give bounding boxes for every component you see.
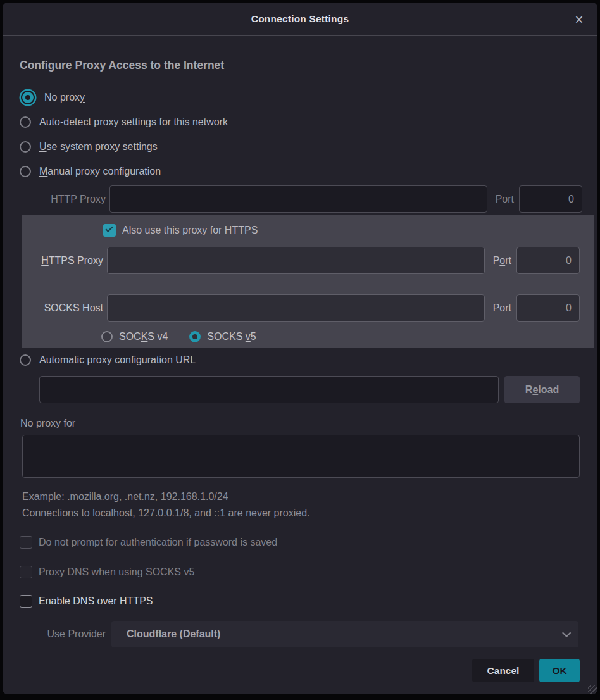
https-proxy-row: HTTPS Proxy Port bbox=[22, 247, 594, 274]
page-title: Configure Proxy Access to the Internet bbox=[20, 59, 597, 72]
dialog-content: Configure Proxy Access to the Internet N… bbox=[3, 36, 597, 647]
label-post: y bbox=[101, 194, 106, 204]
label-post: S v4 bbox=[147, 331, 168, 342]
auto-url-input[interactable] bbox=[39, 376, 499, 403]
footer: Cancel OK bbox=[472, 659, 580, 682]
label-pre: SO bbox=[44, 303, 59, 313]
radio-no-proxy[interactable]: No proxy bbox=[20, 85, 597, 109]
label-post: rt bbox=[505, 255, 511, 266]
provider-row: Use Provider Cloudflare (Default) bbox=[3, 621, 597, 647]
label-pre: R bbox=[525, 384, 533, 395]
enable-doh-checkbox-row[interactable]: Enable DNS over HTTPS bbox=[20, 595, 597, 608]
ok-button[interactable]: OK bbox=[539, 659, 580, 682]
label-pre: HTTP Pro bbox=[51, 194, 96, 204]
label-accesskey: w bbox=[206, 116, 214, 127]
checkbox-label: Enable DNS over HTTPS bbox=[39, 596, 153, 607]
label-post: se system proxy settings bbox=[47, 141, 158, 152]
label-post: NS when using SOCKS v5 bbox=[75, 566, 194, 577]
https-proxy-input[interactable] bbox=[107, 247, 485, 274]
radio-socks-v4[interactable] bbox=[101, 331, 113, 342]
https-port-label: Port bbox=[490, 255, 511, 266]
socks-v5-label: SOCKS v5 bbox=[207, 331, 256, 342]
label-accesskey: y bbox=[80, 92, 85, 103]
radio-button[interactable] bbox=[20, 166, 31, 177]
radio-system-proxy[interactable]: Use system proxy settings bbox=[20, 134, 597, 159]
radio-button[interactable] bbox=[20, 141, 31, 153]
checkbox-label: Proxy DNS when using SOCKS v5 bbox=[39, 566, 194, 578]
label-accesskey: C bbox=[59, 303, 66, 313]
label-post: cation if password is saved bbox=[156, 537, 277, 547]
radio-label: No proxy bbox=[44, 92, 85, 103]
titlebar: Connection Settings × bbox=[3, 3, 597, 36]
radio-button-selected[interactable] bbox=[22, 92, 34, 103]
socks-version-row: SOCKS v4 SOCKS v5 bbox=[101, 330, 594, 343]
socks-v4-label: SOCKS v4 bbox=[119, 331, 168, 342]
socks-port-label: Port bbox=[490, 303, 511, 314]
radio-label: Use system proxy settings bbox=[39, 141, 158, 153]
radio-manual-proxy[interactable]: Manual proxy configuration bbox=[20, 159, 597, 184]
provider-value: Cloudflare (Default) bbox=[127, 628, 562, 640]
label-pre: SOC bbox=[119, 331, 141, 342]
label-accesskey: H bbox=[41, 255, 49, 266]
http-port-input[interactable] bbox=[519, 185, 582, 213]
label-pre: Proxy bbox=[39, 566, 67, 577]
label-pre: SOCKS bbox=[207, 331, 245, 342]
no-proxy-for-textarea[interactable] bbox=[22, 435, 580, 478]
no-proxy-for-label: No proxy for bbox=[20, 417, 597, 430]
auto-url-row: Reload bbox=[39, 376, 597, 403]
http-proxy-input[interactable] bbox=[109, 185, 487, 213]
unchecked-checkbox[interactable] bbox=[20, 536, 32, 549]
dialog-title: Connection Settings bbox=[251, 13, 349, 25]
proxy-dns-checkbox-row[interactable]: Proxy DNS when using SOCKS v5 bbox=[20, 566, 597, 578]
unchecked-checkbox[interactable] bbox=[20, 566, 32, 578]
radio-button[interactable] bbox=[20, 354, 31, 366]
manual-proxy-band: Also use this proxy for HTTPS HTTPS Prox… bbox=[22, 215, 594, 348]
socks-host-label: SOCKS Host bbox=[22, 303, 103, 314]
resize-grip[interactable] bbox=[588, 685, 597, 694]
cancel-button[interactable]: Cancel bbox=[472, 659, 534, 682]
also-https-checkbox-row[interactable]: Also use this proxy for HTTPS bbox=[103, 223, 594, 237]
no-prompt-auth-checkbox-row[interactable]: Do not prompt for authentication if pass… bbox=[20, 536, 597, 549]
https-port-input[interactable] bbox=[516, 247, 580, 274]
radio-socks-v5-selected[interactable] bbox=[189, 331, 201, 342]
reload-button[interactable]: Reload bbox=[504, 376, 580, 403]
label-pre: Por bbox=[493, 303, 509, 313]
label-post: rovider bbox=[75, 628, 106, 639]
radio-auto-url[interactable]: Automatic proxy configuration URL bbox=[20, 353, 597, 367]
label-pre: Auto-detect proxy settings for this net bbox=[39, 116, 206, 127]
radio-label: Manual proxy configuration bbox=[39, 166, 161, 177]
http-proxy-row: HTTP Proxy Port bbox=[3, 185, 597, 213]
checked-checkbox[interactable] bbox=[103, 224, 116, 237]
label-accesskey: v bbox=[246, 331, 251, 342]
label-pre: P bbox=[493, 255, 500, 266]
http-port-label: Port bbox=[492, 194, 514, 205]
label-accesskey: N bbox=[20, 418, 28, 428]
label-post: anual proxy configuration bbox=[47, 166, 161, 177]
label-accesskey: e bbox=[532, 384, 538, 395]
label-accesskey: o bbox=[499, 255, 505, 266]
label-post: ork bbox=[214, 116, 228, 127]
socks-port-input[interactable] bbox=[516, 294, 580, 322]
radio-label: Automatic proxy configuration URL bbox=[39, 354, 196, 366]
connection-settings-dialog: Connection Settings × Configure Proxy Ac… bbox=[3, 3, 597, 694]
example-hint: Example: .mozilla.org, .net.nz, 192.168.… bbox=[22, 491, 597, 503]
label-post: 5 bbox=[251, 331, 256, 342]
https-proxy-label: HTTPS Proxy bbox=[22, 255, 103, 266]
http-proxy-label: HTTP Proxy bbox=[20, 194, 106, 205]
label-accesskey: t bbox=[509, 303, 511, 313]
label-accesskey: P bbox=[496, 194, 503, 204]
label-pre: Use bbox=[47, 628, 68, 639]
checkbox-label: Also use this proxy for HTTPS bbox=[122, 225, 258, 236]
provider-dropdown[interactable]: Cloudflare (Default) bbox=[111, 621, 578, 647]
radio-auto-detect[interactable]: Auto-detect proxy settings for this netw… bbox=[20, 109, 597, 134]
close-icon[interactable]: × bbox=[571, 11, 587, 28]
never-proxied-note: Connections to localhost, 127.0.0.1/8, a… bbox=[22, 507, 597, 519]
socks-host-input[interactable] bbox=[107, 294, 485, 322]
checkmark-icon bbox=[105, 225, 113, 232]
label-accesskey: D bbox=[67, 566, 75, 577]
unchecked-checkbox[interactable] bbox=[20, 595, 32, 608]
label-post: o proxy for bbox=[28, 418, 76, 428]
label-accesskey: M bbox=[39, 166, 47, 177]
label-post: le DNS over HTTPS bbox=[62, 596, 153, 606]
radio-button[interactable] bbox=[20, 116, 31, 128]
